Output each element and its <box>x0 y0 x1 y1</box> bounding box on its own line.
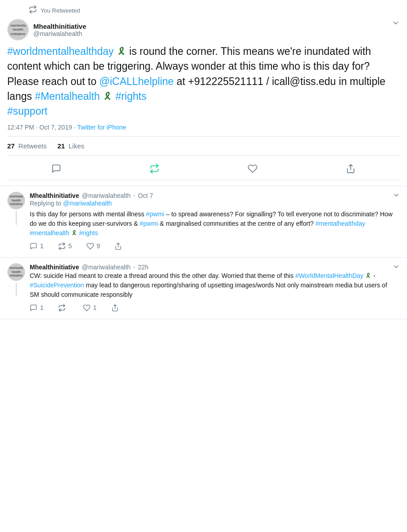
chevron-down-icon[interactable] <box>392 19 400 29</box>
ribbon-icon-4: 🎗 <box>365 272 371 279</box>
like-count-stat[interactable]: 21 Likes <box>57 142 84 150</box>
reply1-hashtag-pwmi2[interactable]: #pwmi <box>140 220 158 227</box>
reply-actions-2: 1 <box>30 304 393 312</box>
reply-text-1: Is this day for persons with mental illn… <box>30 210 393 238</box>
reply1-chevron-icon[interactable] <box>393 192 400 201</box>
reply1-reply-button[interactable]: 1 <box>30 242 44 250</box>
display-name[interactable]: Mhealthinitiative <box>33 22 86 30</box>
reply2-hashtag-wmhd[interactable]: #WorldMentalHealthDay <box>295 272 363 279</box>
retweet-indicator-icon <box>29 5 37 15</box>
retweet-count: 27 <box>7 142 15 150</box>
reply1-retweet-count: 5 <box>68 242 72 250</box>
reply2-like-icon <box>83 304 90 312</box>
replying-to-handle-1[interactable]: @mariwalahealth <box>63 200 112 207</box>
reply2-retweet-button[interactable] <box>58 304 68 312</box>
reply-tweet-2: mariwala health initiative Mhealthinitia… <box>0 258 407 319</box>
reply-display-name-1[interactable]: Mhealthinitiative <box>30 192 79 199</box>
ribbon-icon-1: 🎗 <box>117 46 129 57</box>
reply-separator-1: · <box>133 192 135 200</box>
reply1-hashtag-pwmi1[interactable]: #pwmi <box>146 210 164 218</box>
tweet-stats: 27 Retweets 21 Likes <box>7 136 400 156</box>
avatar[interactable]: mariwala health initiative <box>7 19 29 40</box>
ribbon-icon-3: 🎗 <box>71 229 77 237</box>
avatar-logo: mariwala health initiative <box>8 22 28 37</box>
ribbon-icon-2: 🎗 <box>103 91 115 102</box>
reply2-like-button[interactable]: 1 <box>83 304 97 312</box>
reply-avatar-2[interactable]: mariwala health initiative <box>7 263 25 281</box>
like-button[interactable] <box>240 161 265 176</box>
hashtag-worldmentalhealthday[interactable]: #worldmentalhealthday <box>7 45 114 57</box>
reply-user-info-1: Mhealthinitiative @mariwalahealth · Oct … <box>30 192 393 200</box>
reply1-like-count: 9 <box>97 242 100 250</box>
reply-avatar-col-1: mariwala health initiative <box>7 192 25 225</box>
tweet-source-link[interactable]: Twitter for iPhone <box>77 124 126 131</box>
reply-actions-1: 1 5 <box>30 242 393 250</box>
reply-icon <box>51 164 61 174</box>
tweet-actions <box>7 157 400 180</box>
reply2-hashtag-suicide[interactable]: #SuicidePrevention <box>30 282 84 289</box>
reply1-hashtag-mentalhealth[interactable]: #mentalhealth <box>30 229 69 237</box>
replying-to-label-1: Replying to <box>30 200 61 207</box>
reply2-reply-count: 1 <box>40 304 44 311</box>
hashtag-mentalhealth[interactable]: #Mentalhealth <box>35 90 100 102</box>
retweet-indicator-label: You Retweeted <box>41 7 80 14</box>
reply-separator-2: · <box>133 263 135 271</box>
user-handle[interactable]: @mariwalahealth <box>33 30 86 37</box>
hashtag-support[interactable]: #support <box>7 105 48 117</box>
tweet-meta: 12:47 PM · Oct 7, 2019 · Twitter for iPh… <box>7 124 400 131</box>
reply-to-1: Replying to @mariwalahealth <box>30 200 393 207</box>
reply-thread: mariwala health initiative Mhealthinitia… <box>0 186 407 319</box>
tweet-header-left: mariwala health initiative Mhealthinitia… <box>7 19 86 40</box>
reply2-retweet-icon <box>58 304 66 312</box>
reply-avatar-col-2: mariwala health initiative <box>7 263 25 296</box>
reply-handle-2[interactable]: @mariwalahealth <box>82 264 131 271</box>
reply-tweet-1: mariwala health initiative Mhealthinitia… <box>0 186 407 258</box>
reply-button[interactable] <box>44 161 68 176</box>
reply-display-name-2[interactable]: Mhealthinitiative <box>30 264 79 271</box>
reply1-hashtag-rights[interactable]: #rights <box>79 229 98 237</box>
reply-time-1: Oct 7 <box>138 192 153 199</box>
reply1-share-button[interactable] <box>114 242 122 250</box>
mention-icallhelpline[interactable]: @iCALLhelpline <box>99 76 174 87</box>
reply-avatar-logo-2: mariwala health initiative <box>8 265 25 278</box>
reply1-reply-count: 1 <box>40 242 44 250</box>
tweet-text: #worldmentalhealthday 🎗 is round the cor… <box>7 44 400 119</box>
reply1-hashtag-mentalhealthday[interactable]: #mentalhealthday <box>316 220 366 227</box>
retweets-label: Retweets <box>18 142 47 150</box>
reply2-reply-button[interactable]: 1 <box>30 304 44 312</box>
like-count: 21 <box>57 142 65 150</box>
retweet-count-stat[interactable]: 27 Retweets <box>7 142 46 150</box>
reply2-share-icon <box>111 304 119 312</box>
share-icon <box>346 164 356 174</box>
reply-time-2: 22h <box>138 264 149 271</box>
retweet-icon <box>149 164 159 174</box>
retweet-indicator: You Retweeted <box>29 5 400 15</box>
tweet-timestamp: 12:47 PM · Oct 7, 2019 · <box>7 124 77 131</box>
reply2-reply-icon <box>30 304 37 312</box>
reply1-like-button[interactable]: 9 <box>86 242 100 250</box>
reply2-like-count: 1 <box>93 304 97 311</box>
reply-avatar-logo-1: mariwala health initiative <box>8 194 25 207</box>
reply-avatar-1[interactable]: mariwala health initiative <box>7 192 25 210</box>
reply2-share-button[interactable] <box>111 304 119 312</box>
reply1-retweet-icon <box>58 242 66 250</box>
hashtag-rights[interactable]: #rights <box>115 90 146 102</box>
like-icon <box>248 164 258 174</box>
reply2-chevron-icon[interactable] <box>393 263 400 273</box>
user-info: Mhealthinitiative @mariwalahealth <box>33 22 86 37</box>
reply-handle-1[interactable]: @mariwalahealth <box>82 192 131 199</box>
reply1-retweet-button[interactable]: 5 <box>58 242 72 250</box>
reply1-reply-icon <box>30 242 37 250</box>
main-tweet-container: You Retweeted mariwala health initiative… <box>0 0 407 186</box>
reply-text-2: CW: suicide Had meant to create a thread… <box>30 271 393 300</box>
retweet-button[interactable] <box>142 161 167 176</box>
thread-line-2 <box>16 283 17 296</box>
reply-header-left-1: mariwala health initiative Mhealthinitia… <box>7 192 393 250</box>
reply-header-2: mariwala health initiative Mhealthinitia… <box>7 263 400 312</box>
reply-header-left-2: mariwala health initiative Mhealthinitia… <box>7 263 393 312</box>
reply-header-1: mariwala health initiative Mhealthinitia… <box>7 192 400 250</box>
reply1-share-icon <box>114 242 122 250</box>
tweet-header: mariwala health initiative Mhealthinitia… <box>7 19 400 40</box>
share-button[interactable] <box>339 161 363 176</box>
reply1-like-icon <box>86 242 94 250</box>
